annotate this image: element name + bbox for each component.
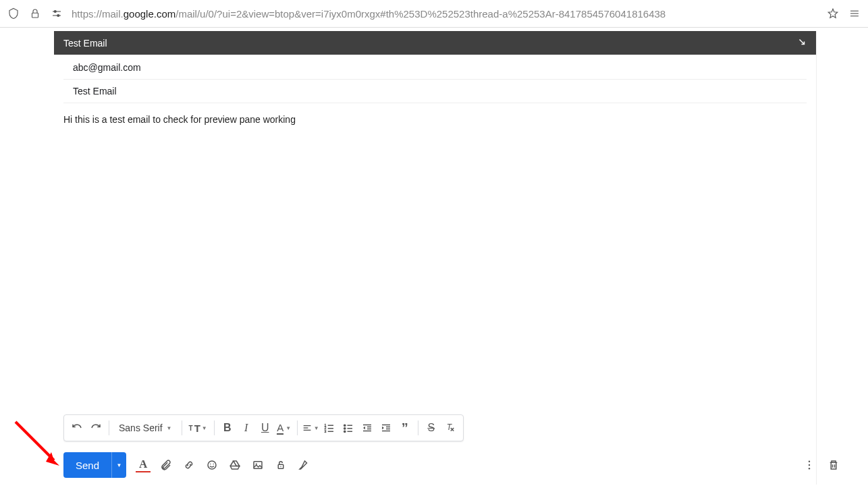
formatting-toggle-icon[interactable]: A	[136, 458, 151, 472]
text-color-icon[interactable]: A ▼	[275, 418, 293, 437]
svg-rect-0	[32, 13, 38, 18]
svg-point-45	[809, 468, 810, 469]
insert-drive-icon[interactable]	[227, 458, 242, 472]
numbered-list-icon[interactable]: 123	[321, 418, 338, 437]
separator	[214, 420, 215, 435]
compose-title-text: Test Email	[63, 38, 107, 49]
attach-file-icon[interactable]	[159, 458, 173, 472]
separator	[297, 420, 298, 435]
popout-resize-icon[interactable]	[797, 37, 807, 49]
insert-link-icon[interactable]	[182, 458, 196, 472]
font-name: Sans Serif	[119, 423, 163, 433]
svg-marker-27	[363, 427, 365, 430]
svg-point-2	[54, 11, 56, 13]
separator	[109, 420, 109, 435]
svg-text:3: 3	[324, 429, 326, 433]
undo-icon[interactable]	[68, 418, 86, 437]
svg-point-19	[344, 428, 345, 429]
quote-icon[interactable]: ”	[396, 418, 414, 437]
remove-formatting-icon[interactable]: T	[441, 418, 459, 437]
caret-down-icon: ▼	[117, 462, 122, 468]
svg-marker-32	[382, 427, 384, 430]
svg-line-48	[16, 422, 54, 460]
align-icon[interactable]: ▼	[302, 418, 319, 437]
compose-body[interactable]: Hi this is a test email to check for pre…	[54, 103, 816, 400]
svg-point-44	[809, 464, 810, 466]
shield-icon[interactable]	[7, 7, 20, 20]
discard-draft-icon[interactable]	[826, 458, 841, 472]
confidential-mode-icon[interactable]	[273, 458, 288, 472]
compose-inline-tools: A	[136, 458, 311, 472]
svg-point-43	[809, 461, 810, 462]
permissions-icon[interactable]	[50, 7, 63, 20]
more-options-icon[interactable]	[802, 458, 817, 472]
indent-more-icon[interactable]	[377, 418, 395, 437]
insert-signature-icon[interactable]	[296, 458, 311, 472]
bold-icon[interactable]: B	[219, 418, 236, 437]
browser-address-bar: https://mail.google.com/mail/u/0/?ui=2&v…	[0, 0, 868, 28]
hamburger-menu-icon[interactable]	[848, 7, 861, 20]
subject-value: Test Email	[73, 86, 117, 97]
indent-less-icon[interactable]	[358, 418, 376, 437]
separator	[182, 420, 182, 435]
caret-down-icon: ▼	[167, 425, 172, 431]
font-size-picker[interactable]: TT ▼	[186, 423, 210, 434]
svg-point-37	[210, 464, 211, 465]
caret-down-icon: ▼	[202, 425, 207, 431]
compose-action-bar: Send ▼ A	[63, 452, 855, 478]
svg-point-38	[213, 464, 215, 465]
formatting-toolbar: Sans Serif ▼ TT ▼ B I U A ▼ ▼ 123 ” S T	[63, 414, 464, 441]
to-field[interactable]: abc@gmail.com	[63, 56, 807, 80]
insert-emoji-icon[interactable]	[205, 458, 219, 472]
caret-down-icon: ▼	[286, 425, 291, 431]
url-text[interactable]: https://mail.google.com/mail/u/0/?ui=2&v…	[72, 8, 818, 20]
url-prefix: https://mail.	[72, 8, 124, 20]
svg-rect-39	[254, 462, 262, 469]
lock-icon[interactable]	[28, 7, 42, 20]
formatting-letter: A	[139, 458, 147, 471]
url-domain: google.com	[124, 8, 176, 20]
svg-point-42	[280, 466, 281, 468]
subject-field[interactable]: Test Email	[63, 80, 807, 103]
to-value: abc@gmail.com	[73, 62, 141, 73]
redo-icon[interactable]	[87, 418, 105, 437]
svg-point-36	[208, 461, 216, 469]
caret-down-icon: ▼	[314, 425, 319, 431]
send-label[interactable]: Send	[63, 452, 111, 478]
body-text: Hi this is a test email to check for pre…	[63, 114, 296, 125]
compose-right-actions	[802, 458, 841, 472]
svg-point-21	[344, 431, 345, 432]
bookmark-star-icon[interactable]	[826, 7, 840, 20]
send-options-dropdown[interactable]: ▼	[111, 452, 126, 478]
svg-point-4	[57, 15, 59, 17]
svg-point-17	[344, 425, 345, 426]
font-family-picker[interactable]: Sans Serif ▼	[113, 423, 178, 433]
compose-titlebar[interactable]: Test Email	[54, 31, 816, 55]
bulleted-list-icon[interactable]	[340, 418, 357, 437]
insert-photo-icon[interactable]	[250, 458, 265, 472]
url-rest: /mail/u/0/?ui=2&view=btop&ver=i7iyx0m0rx…	[175, 8, 666, 20]
underline-icon[interactable]: U	[256, 418, 274, 437]
separator	[418, 420, 418, 435]
strikethrough-icon[interactable]: S	[423, 418, 440, 437]
italic-icon[interactable]: I	[238, 418, 255, 437]
send-button[interactable]: Send ▼	[63, 452, 126, 478]
